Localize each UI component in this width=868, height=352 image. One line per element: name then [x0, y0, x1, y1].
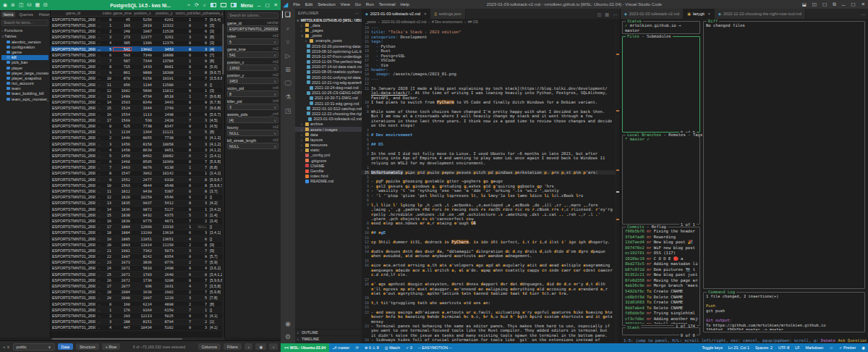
branches-panel[interactable]: Local Branches - Remotes - Tags1 of 1* m…: [622, 135, 700, 225]
branch-indicator[interactable]: ⎇ master: [329, 345, 352, 350]
remote-explorer-icon[interactable]: 🖵: [285, 80, 292, 87]
file-tree-item[interactable]: CNAME: [295, 163, 362, 168]
layout-panel-icon[interactable]: ⬓: [802, 1, 807, 7]
table-row[interactable]: ESPORTSTMNT01_2690294→1118129439538708[3…: [51, 188, 224, 194]
menu-terminal[interactable]: Terminal: [379, 2, 396, 7]
disconnect-icon[interactable]: ⊜: [11, 2, 15, 8]
menu-edit[interactable]: Edit: [305, 2, 312, 7]
menu-go[interactable]: Go: [355, 2, 361, 7]
extensions-icon[interactable]: ⊞: [285, 66, 291, 73]
account-icon[interactable]: ◉: [285, 320, 291, 327]
diff-panel[interactable]: DiffNo changed files: [703, 21, 865, 289]
grid-col-header-assists_p[interactable]: assists_p: [208, 11, 223, 15]
explorer-icon[interactable]: ❏: [282, 11, 291, 18]
stash-panel[interactable]: Stash0 of 0: [622, 327, 700, 335]
commits-panel[interactable]: Commits - Reflog1 of 174f96b5bf6mrFixing…: [622, 227, 700, 326]
table-item-player_snapshot[interactable]: player_snapshot: [1, 75, 48, 80]
table-row[interactable]: ESPORTSTMNT01_2690334→438513061237606[3]: [51, 41, 224, 46]
commit-row[interactable]: fd6dde5emrTrying singlehtml: [625, 311, 698, 317]
commit-row[interactable]: 13d7aed4mrNew blog post 🎉: [625, 240, 698, 246]
more-actions-icon[interactable]: ⋯: [355, 11, 359, 15]
remote-indicator[interactable]: >< WSL: Ubuntu-22.04: [281, 343, 329, 352]
more-actions-icon[interactable]: ⋯: [861, 12, 865, 17]
toggle-layout-icon[interactable]: ▥: [605, 12, 609, 17]
tab-settings-json[interactable]: {}settings.json: [430, 9, 465, 19]
file-tree-item[interactable]: ›layouts: [295, 137, 362, 142]
table-row[interactable]: ESPORTSTMNT01_2690334→1087061501019107[3…: [51, 76, 224, 82]
table-row[interactable]: ESPORTSTMNT01_2690294→714639076913817[6,…: [51, 165, 224, 171]
outline-section[interactable]: › OUTLINE: [295, 329, 362, 335]
workspace-root[interactable]: ∨MRTOLKIEN.GITHUB.IO [WSL: UBUNTU-22.04]: [295, 17, 362, 22]
menu-selection[interactable]: Selection: [318, 2, 336, 7]
layout-bottom-icon[interactable]: [221, 3, 226, 7]
breadcrumb-item[interactable]: 2023-01-03-tolkstack-v2.md: [381, 20, 426, 24]
file-tree-item[interactable]: 2021-10-31-edg-geng.md: [295, 101, 362, 106]
record-field-value[interactable]: 8∨: [227, 91, 278, 97]
db-maximize-button[interactable]: ▢: [265, 2, 269, 8]
next-page-button[interactable]: ›: [269, 343, 278, 350]
maximize-button[interactable]: ▢: [851, 1, 855, 7]
table-row[interactable]: ESPORTSTMNT01_2690294→6146085051036907[5…: [51, 159, 224, 165]
grid-col-header-game_id[interactable]: game_id: [51, 11, 95, 15]
table-row[interactable]: ESPORTSTMNT01_2690294→1318359937541283[4…: [51, 201, 224, 206]
table-row[interactable]: ESPORTSTMNT01_2690294→12182010259654662[…: [51, 195, 224, 201]
table-row[interactable]: ESPORTSTMNT01_2690294→2119027362507337[9…: [51, 248, 224, 253]
table-item-team_epic_monster_kill[interactable]: team_epic_monster_kill: [1, 96, 48, 101]
file-tree-item[interactable]: 2023-01-03-tolkstack-v2.md: [295, 117, 362, 122]
record-field-value[interactable]: 3∨: [227, 104, 278, 110]
docker-icon[interactable]: ◳: [285, 107, 292, 114]
files-panel[interactable]: Files - Submodules0 of 0: [622, 36, 700, 133]
schema-select[interactable]: public ∨: [13, 343, 55, 351]
file-tree-item[interactable]: 2021-10-24-dwg-mad.md: [295, 85, 362, 90]
file-tree-item[interactable]: 2022-12-22-choosing-the-right-not...: [295, 111, 362, 116]
layout-right-icon[interactable]: [231, 3, 237, 7]
file-tree-item[interactable]: ›archive: [295, 122, 362, 127]
grid-col-header-killer_pid[interactable]: killer_pid: [192, 11, 208, 15]
minimize-button[interactable]: ─: [842, 2, 846, 7]
close-icon[interactable]: ×: [708, 12, 710, 16]
file-tree-item[interactable]: 2019-11-07-From-underdogs-to-Wo...: [295, 54, 362, 59]
table-item-riot_account[interactable]: riot_account: [1, 81, 48, 86]
table-item-player[interactable]: player: [1, 65, 48, 70]
menu-run[interactable]: Run: [366, 2, 374, 7]
search-icon[interactable]: ⌕: [203, 2, 206, 8]
table-row[interactable]: ESPORTSTMNT01_2690401→01606224489827[8]: [51, 301, 224, 307]
db-data-grid[interactable]: game_idindexgame_timeposition_xposition_…: [51, 10, 224, 338]
source-control-icon[interactable]: ⑂: [286, 38, 289, 46]
feedback-smiley-icon[interactable]: ☺: [826, 345, 836, 350]
table-row[interactable]: ESPORTSTMNT01_2690294→17188412666133161N…: [51, 225, 224, 230]
record-field-value[interactable]: NULL∨: [227, 130, 278, 136]
file-tree-item[interactable]: _config.yml: [295, 153, 362, 158]
breadcrumb-item[interactable]: _posts: [365, 20, 376, 24]
db-sidebar-tab-items[interactable]: Items: [1, 12, 15, 17]
prev-page-button[interactable]: ‹: [244, 343, 253, 350]
file-tree-item[interactable]: 2021-10-30-T1-DWG.md: [295, 96, 362, 101]
table-row[interactable]: ESPORTSTMNT01_2690294→1518389432437553[1…: [51, 212, 224, 218]
table-row[interactable]: ESPORTSTMNT01_2690294→272077936193147[3,…: [51, 283, 224, 289]
sync-icon[interactable]: ⟳: [352, 345, 362, 350]
overview-ruler[interactable]: [616, 25, 620, 343]
table-row[interactable]: ESPORTSTMNT01_2690334→119329191232209[3]: [51, 22, 224, 28]
commit-row[interactable]: cd8b5f8dToDelete CNAME: [625, 295, 698, 301]
structure-tab-button[interactable]: Structure: [76, 343, 99, 350]
menu-help[interactable]: Help: [400, 2, 409, 7]
table-row[interactable]: ESPORTSTMNT01_2690334→87151433898109[5,6…: [51, 64, 224, 70]
tree-section-functions[interactable]: ›Functions: [1, 28, 48, 33]
commit-row[interactable]: f96b5bf6mrFixing the header rese: [625, 229, 698, 235]
markdown-editor[interactable]: 24---23title: "Tolki's Stack - 2023 edit…: [362, 25, 620, 343]
record-field-value[interactable]: NULL∨: [227, 143, 278, 149]
table-item-pick_ban[interactable]: pick_ban: [1, 60, 48, 65]
commit-row[interactable]: 0dd7abe4ToDelete CNAME: [625, 306, 698, 311]
more-actions-icon[interactable]: ⋯: [613, 12, 617, 17]
grid-vscroll-thumb[interactable]: [222, 24, 224, 75]
file-tree-item[interactable]: 2019-02-26-pioneering-data-driven-...: [295, 43, 362, 49]
breadcrumb-item[interactable]: ## OS: [468, 20, 478, 24]
search-icon[interactable]: ⌕: [286, 25, 289, 32]
file-tree-item[interactable]: README.md: [295, 179, 362, 184]
file-tree-item[interactable]: ›.example_posts: [295, 38, 362, 43]
eol-indicator[interactable]: LF: [792, 345, 802, 350]
file-tree-item[interactable]: index.html: [295, 174, 362, 179]
prettier-indicator[interactable]: ✓ Prettier: [836, 345, 859, 350]
close-button[interactable]: ✕: [861, 1, 865, 7]
table-row[interactable]: ESPORTSTMNT01_2690294→1015634844954808[5…: [51, 183, 224, 188]
